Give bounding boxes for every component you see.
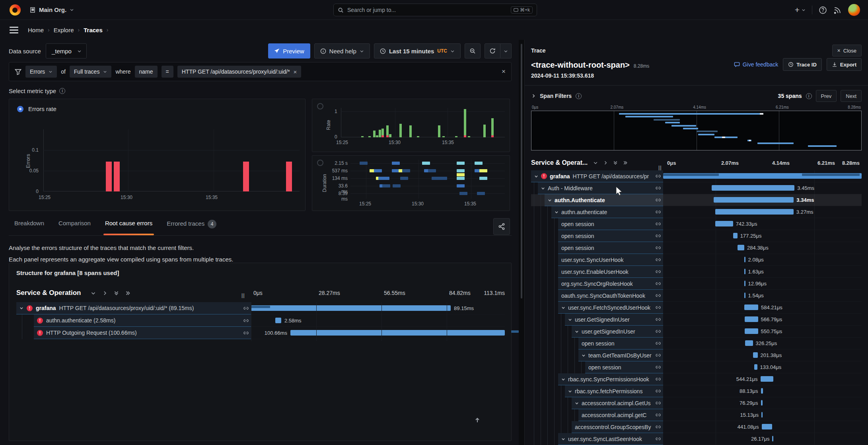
span-row[interactable]: Auth - Middleware3.45ms [531,182,862,194]
span-row[interactable]: accesscontrol.GroupScopesBy441.08μs [531,421,862,433]
breadcrumb-home[interactable]: Home [28,27,44,33]
span-row[interactable]: authn.Authenticate3.34ms [531,194,862,206]
tab-breakdown[interactable]: Breakdown [9,217,50,235]
link-icon[interactable] [656,281,661,286]
tab-root-cause-errors[interactable]: Root cause errors [99,217,158,235]
refresh-button[interactable] [485,43,500,59]
link-icon[interactable] [656,174,661,179]
span-bar[interactable] [761,400,763,406]
span-row[interactable]: open session133.04μs [531,361,862,373]
span-row[interactable]: user.getSignedInUser550.75μs [531,326,862,338]
filter-value-chip[interactable]: HTTP GET /api/datasources/proxy/uid/:uid… [177,66,302,78]
span-row[interactable]: oauth.sync.SyncOauthTokenHook1.54μs [531,290,862,302]
refresh-interval-button[interactable] [500,43,512,59]
span-row[interactable]: open session742.33μs [531,218,862,230]
trace-minimap[interactable] [531,111,862,150]
span-row[interactable]: org.sync.SyncOrgRolesHook12.96μs [531,278,862,290]
span-bar[interactable] [761,388,763,394]
span-bar[interactable] [772,436,773,441]
link-icon[interactable] [243,330,249,336]
link-icon[interactable] [656,305,661,310]
link-icon[interactable] [656,221,661,226]
news-icon[interactable] [833,6,842,14]
link-icon[interactable] [656,257,661,262]
structure-row[interactable]: !authn.authenticate (2.58ms)2.58ms [16,314,505,327]
span-bar[interactable] [251,305,451,311]
chevron-down-icon[interactable] [575,401,579,405]
expand-one-icon[interactable] [603,160,608,165]
span-bar[interactable] [761,376,774,382]
expand-one-icon[interactable] [102,291,107,296]
structure-row[interactable]: !HTTP Outgoing Request (100.66ms)100.66m… [16,327,505,339]
info-icon[interactable]: i [59,88,65,94]
chevron-down-icon[interactable] [548,198,552,202]
span-row[interactable]: user.sync.SyncUserHook2.08μs [531,254,862,266]
span-bar[interactable] [712,185,794,191]
add-button[interactable]: + [795,5,806,15]
expand-all-icon[interactable] [623,160,628,165]
span-bar[interactable] [275,318,281,323]
span-row[interactable]: accesscontrol.acimpl.getC15.13μs [531,409,862,421]
chevron-down-icon[interactable] [561,306,565,310]
close-button[interactable]: × Close [832,45,862,57]
info-icon[interactable]: i [806,93,812,99]
clear-filters-icon[interactable]: × [502,68,506,76]
link-icon[interactable] [656,377,661,382]
avatar[interactable] [848,4,860,16]
filter-key-chip[interactable]: name [135,66,158,78]
link-icon[interactable] [656,365,661,370]
link-icon[interactable] [656,233,661,238]
give-feedback-link[interactable]: Give feedback [734,61,778,68]
span-bar[interactable] [744,281,745,286]
span-bar[interactable] [714,197,794,203]
column-resize-handle[interactable]: || [658,165,662,170]
span-bar[interactable] [715,221,733,226]
errors-rate-radio[interactable] [17,106,23,112]
link-icon[interactable] [656,185,661,191]
chevron-right-icon[interactable] [531,94,536,98]
chevron-down-icon[interactable] [568,318,572,322]
link-icon[interactable] [656,317,661,322]
link-icon[interactable] [656,245,661,250]
org-switcher[interactable]: Main Org. [29,6,74,13]
link-icon[interactable] [656,388,661,394]
span-bar[interactable] [290,330,505,336]
scrollbar[interactable] [521,44,522,299]
link-icon[interactable] [656,424,661,429]
span-filters-label[interactable]: Span Filters [540,93,572,99]
span-bar[interactable] [744,269,745,274]
export-button[interactable]: Export [827,58,862,71]
info-icon[interactable]: i [576,93,582,99]
preview-button[interactable]: Preview [268,43,310,59]
breadcrumb-explore[interactable]: Explore [54,27,74,33]
span-bar[interactable] [754,364,757,370]
span-row[interactable]: open session284.38μs [531,242,862,254]
chevron-down-icon[interactable] [561,377,565,381]
next-button[interactable]: Next [841,90,862,102]
span-bar[interactable] [738,245,744,250]
span-row[interactable]: rbac.sync.fetchPermissions88.13μs [531,385,862,397]
chevron-down-icon[interactable] [575,330,579,334]
help-icon[interactable] [819,6,827,14]
span-row[interactable]: user.sync.EnableUserHook1.63μs [531,266,862,278]
datasource-picker[interactable]: _tempo [46,43,87,59]
link-icon[interactable] [656,400,661,406]
prev-button[interactable]: Prev [816,90,837,102]
collapse-one-icon[interactable] [593,160,598,165]
scroll-to-top-button[interactable] [474,417,481,424]
span-bar[interactable] [663,173,862,179]
link-icon[interactable] [656,412,661,418]
chevron-down-icon[interactable] [561,437,565,441]
breadcrumb-traces[interactable]: Traces [84,27,103,33]
expand-all-icon[interactable] [125,291,130,296]
span-row[interactable]: open session326.25μs [531,338,862,349]
span-row[interactable]: user.sync.FetchSyncedUserHook584.21μs [531,302,862,314]
span-bar[interactable] [744,293,745,298]
zoom-out-button[interactable] [465,43,481,59]
column-resize-handle[interactable]: || [241,293,245,298]
span-row[interactable]: user.GetSignedInUser566.79μs [531,314,862,326]
chevron-down-icon[interactable] [582,353,586,357]
collapse-all-icon[interactable] [114,291,119,296]
chevron-down-icon[interactable] [541,186,545,190]
duration-radio[interactable] [317,160,323,166]
